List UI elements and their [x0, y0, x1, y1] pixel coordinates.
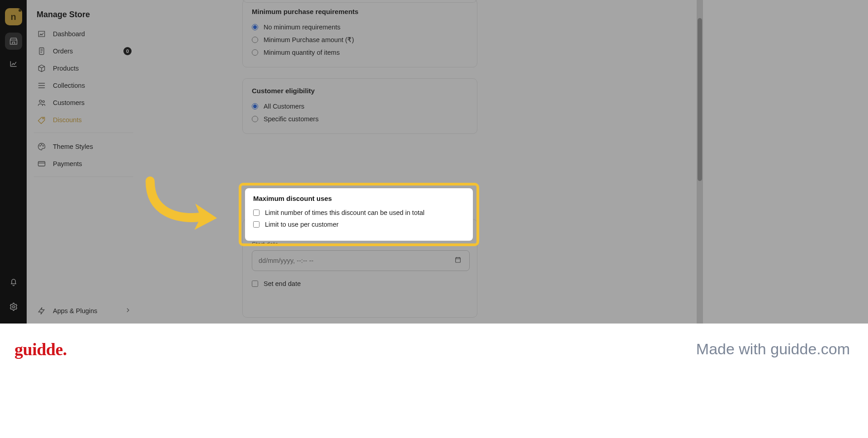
sidebar-item-theme[interactable]: Theme Styles — [31, 138, 136, 155]
orders-icon — [37, 47, 47, 56]
svg-point-3 — [42, 100, 44, 102]
sidebar-item-label: Payments — [53, 160, 82, 167]
min-purchase-option-amount[interactable]: Minimum Purchase amount (₹) — [252, 33, 468, 46]
option-label: Set end date — [264, 280, 301, 287]
dashboard-icon — [37, 29, 47, 38]
main-content: Percentage % Minimum purchase requiremen… — [141, 0, 703, 324]
radio-input[interactable] — [252, 37, 258, 43]
start-date-input[interactable] — [252, 250, 470, 271]
rail-notifications-icon[interactable] — [5, 274, 22, 291]
sidebar-separator — [34, 133, 133, 133]
sidebar-item-label: Collections — [53, 82, 85, 89]
rail-settings-icon[interactable] — [5, 298, 22, 315]
footer-brand: guidde. — [14, 339, 67, 359]
option-label: All Customers — [264, 103, 304, 110]
chevron-right-icon — [124, 307, 132, 315]
discount-value-card-bottom: Percentage % — [242, 0, 477, 3]
plugins-icon — [37, 306, 47, 315]
sidebar-title: Manage Store — [31, 7, 136, 25]
scrollbar[interactable] — [697, 0, 703, 324]
svg-rect-8 — [38, 162, 45, 166]
svg-point-5 — [40, 146, 41, 147]
sidebar-item-products[interactable]: Products — [31, 60, 136, 76]
collections-icon — [37, 81, 47, 90]
svg-point-0 — [12, 306, 14, 308]
sidebar-item-label: Discounts — [53, 116, 82, 124]
footer-made-with: Made with guidde.com — [696, 340, 850, 358]
svg-rect-9 — [456, 257, 461, 262]
card-title: Customer eligibility — [252, 87, 468, 95]
sidebar-item-dashboard[interactable]: Dashboard — [31, 26, 136, 42]
radio-input[interactable] — [252, 24, 258, 30]
sidebar-item-payments[interactable]: Payments — [31, 156, 136, 172]
customers-icon — [37, 98, 47, 107]
svg-point-7 — [43, 146, 44, 147]
cust-elig-all[interactable]: All Customers — [252, 100, 468, 113]
min-purchase-option-qty[interactable]: Minimum quantity of items — [252, 46, 468, 59]
set-end-date-check[interactable]: Set end date — [252, 277, 468, 290]
radio-input[interactable] — [252, 116, 258, 122]
sidebar-item-label: Apps & Plugins — [53, 307, 97, 314]
rail-store-icon[interactable] — [5, 33, 22, 50]
svg-point-6 — [41, 144, 42, 145]
scrollbar-thumb[interactable] — [698, 18, 702, 181]
sidebar-item-customers[interactable]: Customers — [31, 95, 136, 111]
products-icon — [37, 64, 47, 73]
radio-input[interactable] — [252, 103, 258, 110]
customer-eligibility-card: Customer eligibility All Customers Speci… — [242, 78, 477, 134]
discounts-icon — [37, 115, 47, 124]
sidebar: Manage Store Dashboard Orders 0 Products… — [27, 0, 141, 324]
cust-elig-specific[interactable]: Specific customers — [252, 113, 468, 125]
sidebar-item-orders[interactable]: Orders 0 — [31, 43, 136, 59]
svg-point-2 — [39, 100, 42, 102]
sidebar-item-label: Orders — [53, 48, 73, 55]
sidebar-item-label: Dashboard — [53, 30, 85, 38]
theme-icon — [37, 142, 47, 151]
option-label: Specific customers — [264, 115, 319, 123]
max-uses-placeholder — [242, 147, 477, 208]
sidebar-item-label: Customers — [53, 99, 85, 106]
option-label: Minimum Purchase amount (₹) — [264, 36, 354, 43]
checkbox-input[interactable] — [252, 281, 258, 287]
left-rail: n — [0, 0, 27, 324]
start-date-field-wrap — [252, 250, 468, 271]
min-purchase-card: Minimum purchase requirements No minimum… — [242, 0, 477, 67]
svg-rect-1 — [39, 48, 44, 55]
payments-icon — [37, 159, 47, 168]
rail-analytics-icon[interactable] — [5, 55, 22, 72]
start-date-label: Start date — [252, 241, 468, 248]
option-label: Minimum quantity of items — [264, 49, 340, 56]
min-purchase-option-none[interactable]: No minimum requirements — [252, 21, 468, 33]
active-dates-card: Active dates Start date Set end date — [242, 219, 477, 318]
sidebar-item-label: Theme Styles — [53, 143, 93, 150]
calendar-icon — [454, 256, 462, 265]
footer: guidde. Made with guidde.com — [0, 324, 868, 438]
brand-badge[interactable]: n — [5, 8, 22, 25]
card-title: Minimum purchase requirements — [252, 8, 468, 15]
sidebar-separator-2 — [34, 176, 133, 177]
option-label: No minimum requirements — [264, 24, 340, 31]
svg-point-4 — [42, 118, 44, 119]
form-column: Percentage % Minimum purchase requiremen… — [242, 0, 477, 318]
card-title: Active dates — [252, 228, 468, 235]
sidebar-item-collections[interactable]: Collections — [31, 77, 136, 94]
sidebar-item-label: Products — [53, 65, 79, 72]
sidebar-item-apps[interactable]: Apps & Plugins — [31, 303, 136, 319]
app-shell: n Manage Store Dashboard Orders 0 Produc… — [0, 0, 703, 324]
sidebar-item-discounts[interactable]: Discounts — [31, 112, 136, 128]
orders-badge: 0 — [123, 47, 132, 55]
outside-right — [703, 0, 868, 324]
radio-input[interactable] — [252, 49, 258, 56]
